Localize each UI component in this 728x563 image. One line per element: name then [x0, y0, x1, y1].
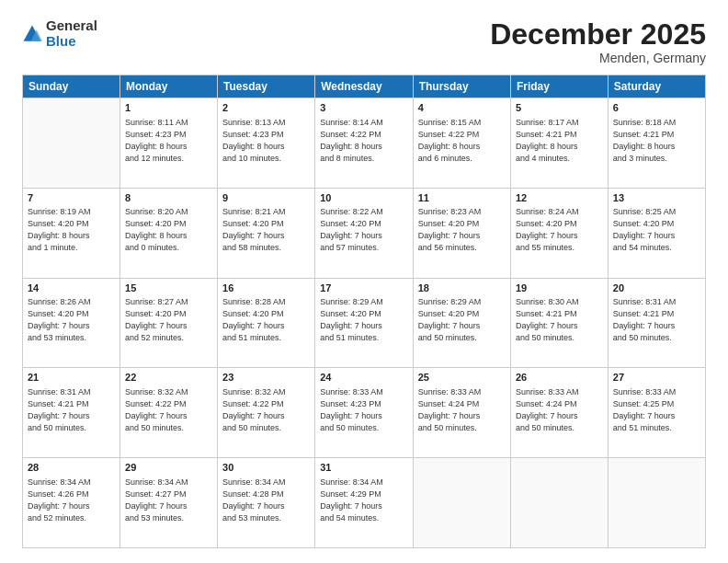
table-row: 13Sunrise: 8:25 AM Sunset: 4:20 PM Dayli…: [608, 188, 705, 278]
day-info: Sunrise: 8:14 AM Sunset: 4:22 PM Dayligh…: [320, 117, 407, 165]
day-number: 27: [613, 371, 700, 385]
day-number: 25: [418, 371, 506, 385]
day-number: 12: [516, 191, 603, 205]
day-number: 3: [320, 101, 407, 115]
calendar-week-5: 28Sunrise: 8:34 AM Sunset: 4:26 PM Dayli…: [23, 458, 706, 548]
day-number: 1: [125, 101, 212, 115]
day-info: Sunrise: 8:34 AM Sunset: 4:27 PM Dayligh…: [125, 477, 212, 524]
table-row: 1Sunrise: 8:11 AM Sunset: 4:23 PM Daylig…: [120, 98, 218, 189]
day-info: Sunrise: 8:23 AM Sunset: 4:20 PM Dayligh…: [418, 206, 506, 254]
day-info: Sunrise: 8:13 AM Sunset: 4:23 PM Dayligh…: [222, 117, 310, 165]
day-number: 17: [320, 282, 407, 295]
day-number: 26: [516, 371, 603, 385]
day-number: 30: [222, 461, 310, 475]
day-number: 10: [320, 191, 407, 205]
day-info: Sunrise: 8:29 AM Sunset: 4:20 PM Dayligh…: [320, 296, 407, 344]
table-row: 15Sunrise: 8:27 AM Sunset: 4:20 PM Dayli…: [120, 278, 218, 368]
title-block: December 2025 Menden, Germany: [490, 18, 706, 65]
day-info: Sunrise: 8:31 AM Sunset: 4:21 PM Dayligh…: [28, 386, 115, 434]
day-info: Sunrise: 8:22 AM Sunset: 4:20 PM Dayligh…: [320, 206, 407, 254]
page: General Blue December 2025 Menden, Germa…: [0, 0, 728, 563]
table-row: 14Sunrise: 8:26 AM Sunset: 4:20 PM Dayli…: [23, 278, 120, 368]
day-info: Sunrise: 8:29 AM Sunset: 4:20 PM Dayligh…: [418, 296, 506, 344]
day-number: 2: [222, 101, 310, 115]
day-info: Sunrise: 8:27 AM Sunset: 4:20 PM Dayligh…: [125, 296, 212, 344]
table-row: 17Sunrise: 8:29 AM Sunset: 4:20 PM Dayli…: [315, 278, 413, 368]
col-friday: Friday: [510, 75, 608, 98]
day-info: Sunrise: 8:19 AM Sunset: 4:20 PM Dayligh…: [28, 206, 115, 254]
day-number: 11: [418, 191, 506, 205]
table-row: 3Sunrise: 8:14 AM Sunset: 4:22 PM Daylig…: [315, 98, 413, 189]
col-wednesday: Wednesday: [315, 75, 413, 98]
col-saturday: Saturday: [608, 75, 705, 98]
logo-blue-text: Blue: [46, 34, 97, 50]
location: Menden, Germany: [490, 51, 706, 65]
day-number: 15: [125, 282, 212, 295]
day-info: Sunrise: 8:33 AM Sunset: 4:24 PM Dayligh…: [418, 386, 506, 434]
day-info: Sunrise: 8:33 AM Sunset: 4:23 PM Dayligh…: [320, 386, 407, 434]
day-number: 18: [418, 282, 506, 295]
table-row: 30Sunrise: 8:34 AM Sunset: 4:28 PM Dayli…: [218, 458, 315, 548]
day-number: 28: [28, 461, 115, 475]
day-info: Sunrise: 8:32 AM Sunset: 4:22 PM Dayligh…: [222, 386, 310, 434]
table-row: 29Sunrise: 8:34 AM Sunset: 4:27 PM Dayli…: [120, 458, 218, 548]
day-number: 20: [613, 282, 700, 295]
table-row: 5Sunrise: 8:17 AM Sunset: 4:21 PM Daylig…: [510, 98, 608, 189]
day-number: 24: [320, 371, 407, 385]
table-row: 23Sunrise: 8:32 AM Sunset: 4:22 PM Dayli…: [218, 368, 315, 458]
day-info: Sunrise: 8:24 AM Sunset: 4:20 PM Dayligh…: [516, 206, 603, 254]
logo-text: General Blue: [46, 18, 97, 49]
table-row: 26Sunrise: 8:33 AM Sunset: 4:24 PM Dayli…: [510, 368, 608, 458]
day-info: Sunrise: 8:31 AM Sunset: 4:21 PM Dayligh…: [613, 296, 700, 344]
day-info: Sunrise: 8:15 AM Sunset: 4:22 PM Dayligh…: [418, 117, 506, 165]
day-info: Sunrise: 8:34 AM Sunset: 4:26 PM Dayligh…: [28, 477, 115, 524]
day-info: Sunrise: 8:30 AM Sunset: 4:21 PM Dayligh…: [516, 296, 603, 344]
col-thursday: Thursday: [413, 75, 510, 98]
table-row: 6Sunrise: 8:18 AM Sunset: 4:21 PM Daylig…: [608, 98, 705, 189]
table-row: 19Sunrise: 8:30 AM Sunset: 4:21 PM Dayli…: [510, 278, 608, 368]
table-row: 31Sunrise: 8:34 AM Sunset: 4:29 PM Dayli…: [315, 458, 413, 548]
day-info: Sunrise: 8:26 AM Sunset: 4:20 PM Dayligh…: [28, 296, 115, 344]
day-number: 5: [516, 101, 603, 115]
calendar-week-2: 7Sunrise: 8:19 AM Sunset: 4:20 PM Daylig…: [23, 188, 706, 278]
table-row: 12Sunrise: 8:24 AM Sunset: 4:20 PM Dayli…: [510, 188, 608, 278]
day-info: Sunrise: 8:17 AM Sunset: 4:21 PM Dayligh…: [516, 117, 603, 165]
day-info: Sunrise: 8:33 AM Sunset: 4:24 PM Dayligh…: [516, 386, 603, 434]
day-info: Sunrise: 8:33 AM Sunset: 4:25 PM Dayligh…: [613, 386, 700, 434]
table-row: 20Sunrise: 8:31 AM Sunset: 4:21 PM Dayli…: [608, 278, 705, 368]
day-info: Sunrise: 8:34 AM Sunset: 4:29 PM Dayligh…: [320, 477, 407, 524]
day-number: 21: [28, 371, 115, 385]
table-row: 25Sunrise: 8:33 AM Sunset: 4:24 PM Dayli…: [413, 368, 510, 458]
day-number: 8: [125, 191, 212, 205]
table-row: 24Sunrise: 8:33 AM Sunset: 4:23 PM Dayli…: [315, 368, 413, 458]
logo-icon: [22, 24, 42, 44]
table-row: [510, 458, 608, 548]
month-title: December 2025: [490, 18, 706, 51]
day-number: 7: [28, 191, 115, 205]
col-tuesday: Tuesday: [218, 75, 315, 98]
day-info: Sunrise: 8:32 AM Sunset: 4:22 PM Dayligh…: [125, 386, 212, 434]
day-info: Sunrise: 8:18 AM Sunset: 4:21 PM Dayligh…: [613, 117, 700, 165]
table-row: 16Sunrise: 8:28 AM Sunset: 4:20 PM Dayli…: [218, 278, 315, 368]
table-row: 22Sunrise: 8:32 AM Sunset: 4:22 PM Dayli…: [120, 368, 218, 458]
day-number: 9: [222, 191, 310, 205]
day-number: 16: [222, 282, 310, 295]
day-number: 19: [516, 282, 603, 295]
table-row: 7Sunrise: 8:19 AM Sunset: 4:20 PM Daylig…: [23, 188, 120, 278]
table-row: 18Sunrise: 8:29 AM Sunset: 4:20 PM Dayli…: [413, 278, 510, 368]
table-row: 8Sunrise: 8:20 AM Sunset: 4:20 PM Daylig…: [120, 188, 218, 278]
table-row: 10Sunrise: 8:22 AM Sunset: 4:20 PM Dayli…: [315, 188, 413, 278]
col-sunday: Sunday: [23, 75, 120, 98]
calendar-week-4: 21Sunrise: 8:31 AM Sunset: 4:21 PM Dayli…: [23, 368, 706, 458]
day-info: Sunrise: 8:20 AM Sunset: 4:20 PM Dayligh…: [125, 206, 212, 254]
table-row: 9Sunrise: 8:21 AM Sunset: 4:20 PM Daylig…: [218, 188, 315, 278]
header: General Blue December 2025 Menden, Germa…: [22, 18, 706, 65]
calendar-week-3: 14Sunrise: 8:26 AM Sunset: 4:20 PM Dayli…: [23, 278, 706, 368]
day-number: 14: [28, 282, 115, 295]
table-row: [23, 98, 120, 189]
day-info: Sunrise: 8:21 AM Sunset: 4:20 PM Dayligh…: [222, 206, 310, 254]
day-info: Sunrise: 8:11 AM Sunset: 4:23 PM Dayligh…: [125, 117, 212, 165]
day-number: 23: [222, 371, 310, 385]
table-row: 4Sunrise: 8:15 AM Sunset: 4:22 PM Daylig…: [413, 98, 510, 189]
day-number: 6: [613, 101, 700, 115]
